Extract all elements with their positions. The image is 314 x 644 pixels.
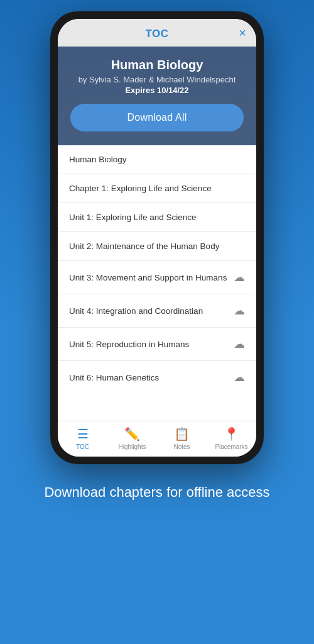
toc-item-label: Unit 4: Integration and Coordinatian bbox=[69, 306, 229, 316]
promo-text: Download chapters for offline access bbox=[13, 483, 301, 502]
toc-list-item[interactable]: Unit 2: Maintenance of the Human Body bbox=[58, 232, 256, 261]
book-expires: Expires 10/14/22 bbox=[70, 86, 244, 95]
download-icon[interactable]: ☁ bbox=[234, 304, 245, 318]
download-icon[interactable]: ☁ bbox=[234, 370, 245, 384]
toc-item-label: Unit 5: Reproduction in Humans bbox=[69, 340, 229, 349]
toc-item-label: Unit 1: Exploring Life and Science bbox=[69, 213, 245, 222]
toc-item-label: Human Biology bbox=[69, 155, 245, 164]
nav-item-placemarks[interactable]: 📍Placemarks bbox=[207, 426, 256, 450]
toc-list-item[interactable]: Unit 3: Movement and Support in Humans☁ bbox=[58, 261, 256, 294]
nav-label-highlights: Highlights bbox=[119, 443, 146, 450]
close-button[interactable]: × bbox=[239, 26, 246, 39]
toc-header: TOC × bbox=[58, 19, 256, 47]
toc-list-item[interactable]: Chapter 1: Exploring Life and Science bbox=[58, 174, 256, 203]
bottom-navigation: ☰TOC✏️Highlights📋Notes📍Placemarks bbox=[58, 421, 256, 457]
highlights-icon: ✏️ bbox=[124, 426, 140, 441]
toc-header-title: TOC bbox=[145, 28, 168, 40]
toc-list-item[interactable]: Unit 6: Human Genetics☁ bbox=[58, 361, 256, 394]
book-title: Human Biology bbox=[70, 58, 244, 72]
phone-mockup: TOC × Human Biology by Sylvia S. Mader &… bbox=[50, 11, 264, 464]
nav-label-notes: Notes bbox=[173, 443, 190, 450]
nav-item-toc[interactable]: ☰TOC bbox=[58, 426, 107, 450]
nav-label-placemarks: Placemarks bbox=[215, 443, 247, 450]
book-authors: by Sylvia S. Mader & Michael Windelspech… bbox=[70, 75, 244, 84]
toc-item-label: Unit 3: Movement and Support in Humans bbox=[69, 273, 229, 282]
nav-item-notes[interactable]: 📋Notes bbox=[157, 426, 207, 450]
toc-list: Human BiologyChapter 1: Exploring Life a… bbox=[58, 145, 256, 421]
phone-screen: TOC × Human Biology by Sylvia S. Mader &… bbox=[58, 19, 256, 457]
notes-icon: 📋 bbox=[174, 426, 190, 441]
toc-item-label: Chapter 1: Exploring Life and Science bbox=[69, 184, 245, 193]
toc-list-item[interactable]: Unit 5: Reproduction in Humans☁ bbox=[58, 328, 256, 361]
book-info-section: Human Biology by Sylvia S. Mader & Micha… bbox=[58, 47, 256, 145]
placemarks-icon: 📍 bbox=[224, 426, 239, 441]
nav-item-highlights[interactable]: ✏️Highlights bbox=[107, 426, 157, 450]
download-icon[interactable]: ☁ bbox=[234, 270, 245, 284]
toc-item-label: Unit 6: Human Genetics bbox=[69, 373, 229, 382]
download-all-button[interactable]: Download All bbox=[70, 104, 244, 131]
toc-list-item[interactable]: Unit 4: Integration and Coordinatian☁ bbox=[58, 294, 256, 328]
nav-label-toc: TOC bbox=[76, 443, 89, 450]
toc-list-item[interactable]: Human Biology bbox=[58, 145, 256, 174]
toc-icon: ☰ bbox=[77, 426, 89, 441]
download-icon[interactable]: ☁ bbox=[234, 337, 245, 351]
toc-item-label: Unit 2: Maintenance of the Human Body bbox=[69, 242, 245, 251]
toc-list-item[interactable]: Unit 1: Exploring Life and Science bbox=[58, 203, 256, 232]
phone-frame: TOC × Human Biology by Sylvia S. Mader &… bbox=[50, 11, 264, 464]
